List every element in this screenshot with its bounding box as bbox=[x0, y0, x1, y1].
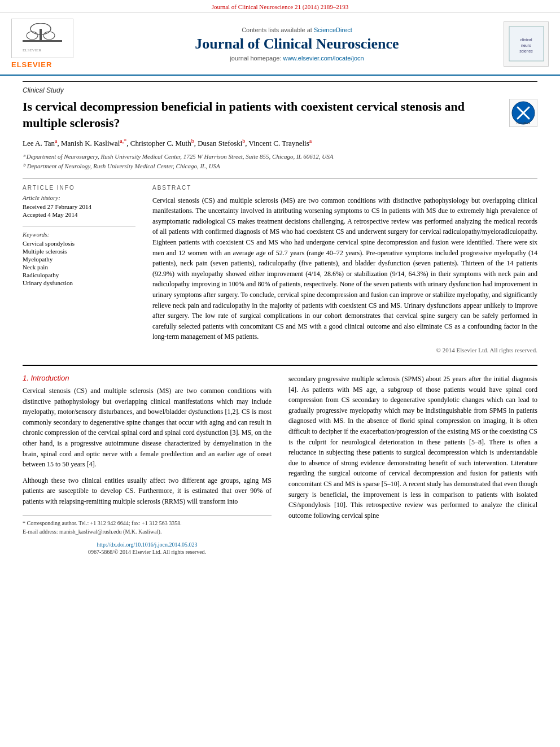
journal-citation-bar: Journal of Clinical Neuroscience 21 (201… bbox=[0, 0, 560, 13]
keyword-2: Multiple sclerosis bbox=[23, 248, 135, 255]
intro-left-col: 1. Introduction Cervical stenosis (CS) a… bbox=[23, 374, 272, 555]
article-info-column: ARTICLE INFO Article history: Received 2… bbox=[23, 185, 135, 353]
keywords-divider bbox=[23, 226, 135, 226]
journal-homepage-line: journal homepage: www.elsevier.com/locat… bbox=[90, 55, 504, 62]
keyword-6: Urinary dysfunction bbox=[23, 279, 135, 286]
footnote-area: * Corresponding author. Tel.: +1 312 942… bbox=[23, 515, 272, 536]
introduction-section: 1. Introduction Cervical stenosis (CS) a… bbox=[23, 374, 537, 555]
journal-header: ELSEVIER ELSEVIER Contents lists availab… bbox=[0, 13, 560, 76]
svg-text:neuro: neuro bbox=[521, 43, 531, 47]
keyword-3: Myelopathy bbox=[23, 256, 135, 263]
elsevier-emblem-image: ELSEVIER bbox=[11, 19, 73, 58]
keyword-4: Neck pain bbox=[23, 264, 135, 270]
intro-section-number: 1. Introduction bbox=[23, 374, 272, 382]
doi-link[interactable]: http://dx.doi.org/10.1016/j.jocn.2014.05… bbox=[23, 541, 272, 548]
abstract-column: ABSTRACT Cervical stenosis (CS) and mult… bbox=[152, 185, 537, 353]
citation-text: Journal of Clinical Neuroscience 21 (201… bbox=[212, 3, 349, 10]
svg-point-3 bbox=[27, 32, 38, 40]
elsevier-brand-text: ELSEVIER bbox=[11, 60, 52, 69]
abstract-heading: ABSTRACT bbox=[152, 185, 537, 191]
footnote-star: * Corresponding author. Tel.: +1 312 942… bbox=[23, 519, 272, 527]
sciencedirect-line: Contents lists available at ScienceDirec… bbox=[90, 27, 504, 33]
abstract-text: Cervical stenosis (CS) and multiple scle… bbox=[152, 195, 537, 342]
intro-left-para-1: Cervical stenosis (CS) and multiple scle… bbox=[23, 386, 272, 470]
article-history-block: Article history: Received 27 February 20… bbox=[23, 194, 135, 218]
sciencedirect-link[interactable]: ScienceDirect bbox=[314, 27, 352, 33]
svg-rect-1 bbox=[40, 29, 42, 41]
crossmark-badge: CrossMark bbox=[509, 99, 537, 127]
svg-text:science: science bbox=[519, 49, 533, 53]
article-content: Clinical Study Is cervical decompression… bbox=[0, 76, 560, 566]
received-date: Received 27 February 2014 bbox=[23, 203, 135, 210]
footer-rights: 0967-5868/© 2014 Elsevier Ltd. All right… bbox=[23, 549, 272, 555]
main-body-divider bbox=[23, 365, 537, 366]
svg-point-4 bbox=[43, 32, 55, 40]
article-title: Is cervical decompression beneficial in … bbox=[23, 99, 501, 131]
affiliation-b: ᵇ Department of Neurology, Rush Universi… bbox=[23, 161, 537, 172]
svg-text:ELSEVIER: ELSEVIER bbox=[23, 48, 41, 53]
article-type-label: Clinical Study bbox=[23, 81, 537, 94]
keyword-1: Cervical spondylosis bbox=[23, 240, 135, 247]
svg-text:clinical: clinical bbox=[520, 38, 532, 42]
journal-homepage-link[interactable]: www.elsevier.com/locate/jocn bbox=[283, 55, 364, 62]
intro-right-col: secondary progressive multiple sclerosis… bbox=[288, 374, 537, 555]
journal-right-logo-image: clinical neuro science bbox=[504, 21, 549, 67]
keywords-block: Keywords: Cervical spondylosis Multiple … bbox=[23, 231, 135, 286]
article-info-heading: ARTICLE INFO bbox=[23, 185, 135, 191]
accepted-date: Accepted 4 May 2014 bbox=[23, 211, 135, 218]
svg-text:CrossMark: CrossMark bbox=[517, 121, 531, 125]
article-title-row: Is cervical decompression beneficial in … bbox=[23, 99, 537, 131]
svg-rect-0 bbox=[23, 40, 62, 42]
intro-right-para-1: secondary progressive multiple sclerosis… bbox=[288, 374, 537, 521]
elsevier-logo-block: ELSEVIER ELSEVIER bbox=[11, 19, 79, 69]
header-divider bbox=[23, 178, 537, 179]
copyright-text: © 2014 Elsevier Ltd. All rights reserved… bbox=[152, 347, 537, 353]
authors-line: Lee A. Tana, Manish K. Kasliwala,*, Chri… bbox=[23, 138, 537, 148]
history-label: Article history: bbox=[23, 194, 135, 201]
intro-left-para-2: Although these two clinical entities usu… bbox=[23, 475, 272, 507]
affiliation-a: ᵃ Department of Neurosurgery, Rush Unive… bbox=[23, 152, 537, 162]
journal-title: Journal of Clinical Neuroscience bbox=[90, 36, 504, 53]
journal-center-block: Contents lists available at ScienceDirec… bbox=[90, 27, 504, 62]
keywords-label: Keywords: bbox=[23, 231, 135, 238]
keyword-5: Radiculopathy bbox=[23, 272, 135, 278]
intro-section-title-inline: Introduction bbox=[30, 374, 69, 382]
info-abstract-section: ARTICLE INFO Article history: Received 2… bbox=[23, 185, 537, 353]
affiliations-block: ᵃ Department of Neurosurgery, Rush Unive… bbox=[23, 152, 537, 172]
footnote-email: E-mail address: manish_kasliwal@rush.edu… bbox=[23, 527, 272, 536]
